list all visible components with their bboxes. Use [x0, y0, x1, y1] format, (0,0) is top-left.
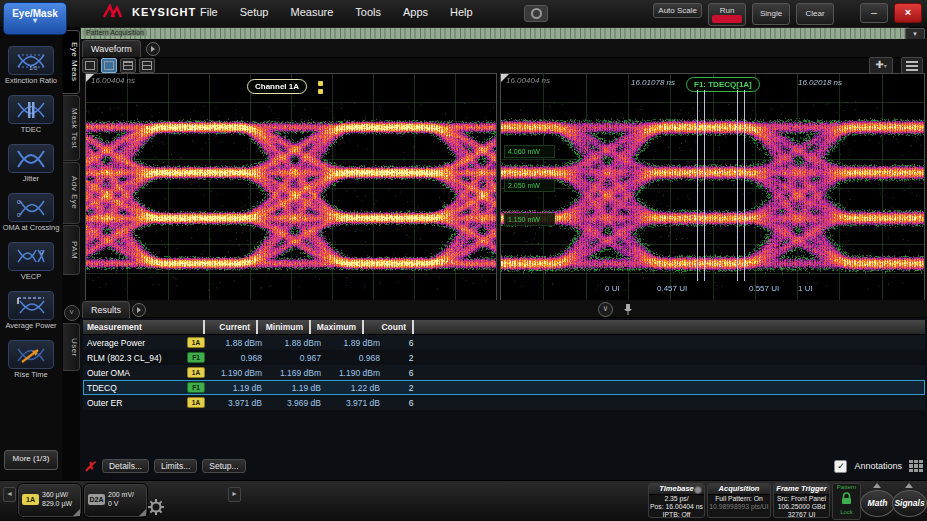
- menu-file[interactable]: File: [200, 6, 218, 18]
- menu-tools[interactable]: Tools: [355, 6, 381, 18]
- menu-help[interactable]: Help: [450, 6, 473, 18]
- frame-trigger-panel[interactable]: Frame Trigger Src: Front Panel 106.25000…: [773, 483, 830, 518]
- ui-label-1: 1 UI: [798, 284, 813, 293]
- tab-pam[interactable]: PAM: [63, 225, 80, 275]
- extinction-ratio-icon: 1/0: [16, 51, 46, 71]
- left-timebase-label: 16.00404 ns: [91, 76, 135, 85]
- tab-eye-meas[interactable]: Eye Meas: [63, 30, 80, 94]
- waveform-tab-expand-button[interactable]: [146, 42, 160, 56]
- annotations-checkbox[interactable]: ✓: [834, 460, 847, 473]
- run-button[interactable]: Run: [708, 3, 746, 26]
- layout-split-button[interactable]: [101, 58, 117, 73]
- col-measurement[interactable]: Measurement: [83, 320, 205, 334]
- timebase-panel[interactable]: Timebase 2.35 ps/ Pos: 16.00404 ns IPTB:…: [648, 483, 705, 518]
- tab-strip-collapse-button[interactable]: <: [64, 305, 80, 321]
- tab-user[interactable]: User: [63, 323, 80, 371]
- pin-icon[interactable]: [623, 303, 633, 316]
- ui-label-0457: 0.457 UI: [657, 284, 687, 293]
- table-row-rlm[interactable]: RLM (802.3 CL_94) F1 0.968 0.967 0.968 2: [83, 350, 925, 365]
- table-row-average-power[interactable]: Average Power 1A 1.88 dBm 1.88 dBm 1.89 …: [83, 335, 925, 350]
- waveform-menu-button[interactable]: [901, 57, 923, 74]
- menu-setup[interactable]: Setup: [240, 6, 269, 18]
- results-tab-expand-button[interactable]: [132, 303, 146, 317]
- limits-button[interactable]: Limits...: [154, 459, 197, 473]
- layout-single-button[interactable]: [82, 58, 98, 73]
- col-minimum[interactable]: Minimum: [258, 320, 311, 334]
- tool-rise-time[interactable]: Rise Time: [2, 340, 60, 379]
- dock-scroll-left-button[interactable]: ◄: [3, 487, 16, 502]
- tool-tdec[interactable]: TDEC: [2, 95, 60, 134]
- tdecq-window-line[interactable]: [744, 90, 745, 281]
- brand-name: KEYSIGHT: [132, 6, 196, 18]
- menu-measure[interactable]: Measure: [290, 6, 333, 18]
- col-count[interactable]: Count: [364, 320, 414, 334]
- col-maximum[interactable]: Maximum: [311, 320, 364, 334]
- single-button[interactable]: Single: [752, 3, 790, 25]
- more-tools-button[interactable]: More (1/3): [4, 450, 58, 470]
- acquisition-controls: Auto Scale Run Single Clear – ×: [653, 3, 922, 26]
- signals-button[interactable]: Signals: [892, 490, 927, 517]
- table-row-outer-er[interactable]: Outer ER 1A 3.971 dB 3.969 dB 3.971 dB 6: [83, 395, 925, 410]
- dock-scroll-right-button[interactable]: ►: [228, 487, 241, 502]
- keysight-logo: KEYSIGHT: [103, 4, 196, 19]
- math-flyout-arrow[interactable]: [873, 483, 881, 488]
- signal-card-d2a[interactable]: D2A 200 mV/ 0 V: [83, 483, 148, 518]
- screenshot-camera-button[interactable]: [524, 5, 548, 22]
- signal-offset: 0 V: [108, 499, 134, 508]
- layout-grid-button[interactable]: [139, 58, 155, 73]
- minimize-button[interactable]: –: [860, 3, 888, 23]
- waveform-tab[interactable]: Waveform: [82, 40, 141, 57]
- tool-oma-at-crossing[interactable]: 00 OMA at Crossing: [2, 193, 60, 232]
- eye-mask-mode-button[interactable]: Eye/Mask ▾: [3, 2, 67, 35]
- tool-extinction-ratio[interactable]: 1/0 Extinction Ratio: [2, 46, 60, 85]
- grid-view-icon[interactable]: [909, 460, 923, 472]
- average-power-icon: [16, 296, 46, 316]
- channel-1a-pill[interactable]: Channel 1A: [247, 79, 307, 94]
- remove-measurement-icon[interactable]: ✗: [84, 459, 95, 474]
- tool-vecp[interactable]: 0 VECP: [2, 242, 60, 281]
- jitter-icon: [16, 149, 46, 169]
- layout-rows-button[interactable]: [120, 58, 136, 73]
- col-current[interactable]: Current: [205, 320, 258, 334]
- gear-icon[interactable]: [148, 499, 164, 515]
- tool-average-power[interactable]: Average Power: [2, 291, 60, 330]
- tool-jitter[interactable]: Jitter: [2, 144, 60, 183]
- eye-diagram-channel-panel[interactable]: 16.00404 ns Channel 1A: [85, 73, 497, 302]
- menu-apps[interactable]: Apps: [403, 6, 428, 18]
- source-badge: 1A: [187, 397, 205, 408]
- chevron-icon: <: [66, 310, 78, 315]
- acquisition-panel[interactable]: Acquisition Full Pattern: On 10.98998993…: [707, 483, 771, 518]
- close-button[interactable]: ×: [894, 3, 922, 23]
- clear-button[interactable]: Clear: [796, 3, 834, 25]
- results-tab[interactable]: Results: [82, 301, 130, 318]
- source-badge: 1A: [187, 367, 205, 378]
- annotations-label: Annotations: [854, 461, 902, 471]
- tdecq-window-line[interactable]: [737, 90, 738, 281]
- eye-diagram-tdecq-panel[interactable]: 16.00404 ns 16.01078 ns F1: TDECQ[1A] 16…: [500, 73, 925, 302]
- signals-flyout-arrow[interactable]: [905, 483, 913, 488]
- flexdca-window: KEYSIGHT File Setup Measure Tools Apps H…: [0, 0, 927, 521]
- tab-adv-eye[interactable]: Adv Eye: [63, 162, 80, 224]
- auto-scale-button[interactable]: Auto Scale: [653, 3, 702, 18]
- pan-move-button[interactable]: ✚▾: [869, 57, 893, 74]
- eye-level-label-top: 4.060 mW: [504, 145, 555, 158]
- eye-canvas-right: [501, 74, 924, 301]
- table-row-outer-oma[interactable]: Outer OMA 1A 1.190 dBm 1.169 dBm 1.190 d…: [83, 365, 925, 380]
- results-table-header: Measurement Current Minimum Maximum Coun…: [83, 320, 925, 335]
- source-badge: 1A: [187, 337, 205, 348]
- setup-button[interactable]: Setup...: [202, 459, 245, 473]
- tdecq-window-line[interactable]: [697, 90, 698, 281]
- timebase-status-dot: [694, 486, 702, 494]
- signal-card-1a[interactable]: 1A 360 µW/ 829.0 µW: [17, 483, 82, 518]
- math-button[interactable]: Math: [860, 490, 895, 517]
- results-collapse-button[interactable]: ∨: [598, 302, 613, 317]
- results-footer: ✗ Details... Limits... Setup... ✓ Annota…: [84, 457, 923, 475]
- tdec-icon: [16, 100, 46, 120]
- details-button[interactable]: Details...: [102, 459, 149, 473]
- tdecq-window-line[interactable]: [704, 90, 705, 281]
- time-marker-2: 16.02018 ns: [798, 78, 842, 87]
- pattern-lock-button[interactable]: Pattern Lock: [832, 483, 861, 520]
- tab-mask-test[interactable]: Mask Test: [63, 95, 80, 161]
- table-row-tdecq[interactable]: TDECQ F1 1.19 dB 1.19 dB 1.22 dB 2: [83, 380, 925, 395]
- oma-crossing-icon: 00: [16, 198, 46, 218]
